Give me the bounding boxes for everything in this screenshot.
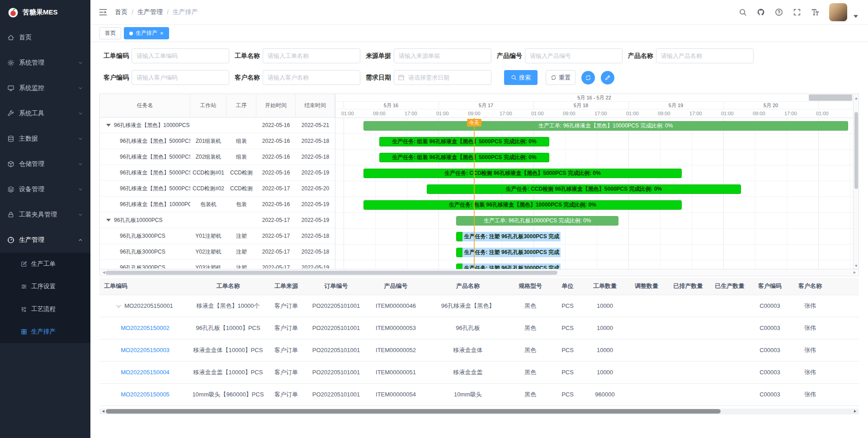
gantt-bar-order[interactable]: 生产工单: 96孔孔板10000PCS 完成比例: 0% (456, 216, 618, 226)
orders-col-scheduled-qty: 已排产数量 (667, 278, 709, 295)
sidebar-item-fixture-management[interactable]: 工装夹具管理 (0, 202, 90, 227)
cell-demand-date: 2022-05-22 (831, 317, 859, 339)
filter-product-code: 产品编号 (497, 48, 623, 63)
gantt-bar-task[interactable]: 生产任务: 组装 96孔移液盒【黑色】5000PCS 完成比例: 0% (379, 153, 549, 162)
workorder-code-link[interactable]: MO202205150003 (121, 347, 170, 353)
avatar[interactable] (829, 3, 847, 21)
gantt-grid-row[interactable]: 96孔孔板10000PCS2022-05-172022-05-19 (100, 212, 335, 228)
customer-code-input[interactable] (132, 70, 229, 85)
hamburger-icon[interactable] (99, 8, 108, 17)
gantt-grid-row[interactable]: 96孔移液盒【黑色】5000PCSZ02组装机组装2022-05-162022-… (100, 149, 335, 165)
gantt-end: 2022-05-18 (296, 228, 335, 244)
table-hscroll-thumb[interactable] (106, 409, 721, 414)
workorder-code-link[interactable]: MO202205150002 (121, 325, 170, 331)
product-code-input[interactable] (525, 48, 623, 63)
filter-demand-date: 需求日期 (366, 70, 491, 85)
cell-product-code: ITEM00000046 (365, 295, 426, 317)
sidebar-item-process-flow[interactable]: 工艺流程 (0, 298, 90, 320)
demand-date-input[interactable] (394, 70, 491, 85)
gantt-grid-row[interactable]: 96孔移液盒【黑色】10000PCS包装机包装2022-05-162022-05… (100, 197, 335, 212)
cell-workorder-code[interactable]: MO202205150005 (99, 383, 191, 405)
gantt-process: 组装 (226, 133, 256, 149)
main-area: 首页/生产管理/生产排产 首页生产排产× 工单编码工单名称来源单据产品编号产品名… (90, 0, 868, 438)
gantt-bar-task[interactable]: 生产任务: 注塑 96孔孔板3000PCS 完成 (456, 232, 518, 241)
gantt-vertical-scrollbar[interactable] (853, 94, 859, 269)
scroll-right-arrow-icon[interactable] (854, 271, 857, 274)
gantt-bar-task[interactable]: 生产任务: 组装 96孔移液盒【黑色】5000PCS 完成比例: 0% (379, 137, 549, 146)
sidebar-item-home[interactable]: 首页 (0, 25, 90, 50)
edit-button[interactable] (601, 71, 614, 85)
customer-name-input[interactable] (263, 70, 360, 85)
sidebar-item-master-data[interactable]: 主数据 (0, 126, 90, 151)
sidebar-item-production-scheduling[interactable]: 生产排产 (0, 320, 90, 343)
gantt-grid-row[interactable]: 96孔移液盒【黑色】10000PCS2022-05-162022-05-21 (100, 118, 335, 133)
cell-customer-code: C00003 (750, 317, 789, 339)
close-icon[interactable]: × (160, 30, 164, 36)
gantt-grid-row[interactable]: 96孔移液盒【黑色】5000PCSCCD检测#01CCD检测2022-05-16… (100, 165, 335, 181)
sidebar-item-production-management[interactable]: 生产管理 (0, 227, 90, 253)
sidebar-item-process-settings[interactable]: 工序设置 (0, 275, 90, 298)
gantt-bar-task[interactable]: 生产任务: 注塑 96孔孔板3000PCS 完成 (456, 264, 549, 269)
breadcrumb-item[interactable]: 生产管理 (137, 8, 163, 16)
refresh-button[interactable] (581, 71, 595, 85)
sidebar-item-equipment-management[interactable]: 设备管理 (0, 177, 90, 202)
cell-demand-date: 2022-05-22 (831, 295, 859, 317)
scroll-up-arrow-icon[interactable] (854, 94, 859, 100)
gantt-grid-row[interactable]: 96孔孔板3000PCSY01注塑机注塑2022-05-172022-05-18 (100, 228, 335, 244)
caret-down-icon[interactable] (852, 12, 860, 20)
table-scroll-left-arrow-icon[interactable] (101, 410, 104, 413)
github-icon[interactable] (757, 8, 765, 16)
font-size-icon[interactable] (811, 8, 819, 16)
tab-production-scheduling[interactable]: 生产排产× (124, 27, 169, 39)
cell-workorder-code[interactable]: MO202205150004 (99, 361, 191, 383)
day-boundary (818, 102, 819, 109)
gantt-bar-task[interactable]: 生产任务: CCD检测 96孔移液盒【黑色】5000PCS 完成比例: 0% (363, 169, 682, 178)
sidebar-item-system-monitor[interactable]: 系统监控 (0, 75, 90, 101)
fullscreen-icon[interactable] (793, 8, 801, 16)
workorder-name-input[interactable] (263, 48, 360, 63)
cell-product-code: ITEM00000053 (365, 317, 426, 339)
gantt-grid-row[interactable]: 96孔移液盒【黑色】5000PCSZ01组装机组装2022-05-162022-… (100, 133, 335, 149)
breadcrumb-item[interactable]: 生产排产 (173, 8, 198, 16)
cell-workorder-code[interactable]: MO202205150002 (99, 317, 191, 339)
search-icon[interactable] (739, 8, 747, 16)
sidebar-item-warehouse-management[interactable]: 仓储管理 (0, 151, 90, 177)
collapse-triangle-icon[interactable] (106, 219, 111, 221)
gantt-grid-row[interactable]: 96孔孔板3000PCSY03注塑机注塑2022-05-172022-05-19 (100, 260, 335, 268)
sidebar-item-production-workorder[interactable]: 生产工单 (0, 253, 90, 275)
gantt-hscroll-thumb[interactable] (105, 271, 557, 275)
gantt-grid-row[interactable]: 96孔移液盒【黑色】5000PCSCCD检测#02CCD检测2022-05-17… (100, 181, 335, 197)
breadcrumb-item[interactable]: 首页 (115, 8, 127, 16)
cell-workorder-source: 客户订单 (265, 295, 307, 317)
workorder-code-link[interactable]: MO202205150004 (121, 369, 170, 376)
workorder-code-link[interactable]: MO202205150005 (121, 391, 170, 398)
help-icon[interactable] (775, 8, 783, 16)
collapse-triangle-icon[interactable] (106, 124, 111, 127)
search-button[interactable]: 搜索 (504, 70, 538, 85)
table-scroll-right-arrow-icon[interactable] (854, 410, 858, 413)
tab-home[interactable]: 首页 (99, 27, 121, 39)
cell-workorder-code[interactable]: MO202205150003 (99, 339, 191, 361)
gantt-bar-task[interactable]: 生产任务: 包装 96孔移液盒【黑色】10000PCS 完成比例: 0% (363, 200, 682, 210)
sidebar-item-system-management[interactable]: 系统管理 (0, 50, 90, 75)
product-name-input[interactable] (656, 48, 754, 63)
sidebar-item-label: 系统工具 (19, 109, 73, 118)
cell-order-no: PO202205101001 (307, 361, 365, 383)
cell-workorder-name: 96孔孔板【10000】PCS (191, 317, 265, 339)
expand-chevron-icon[interactable] (117, 303, 121, 308)
gantt-bar-task[interactable]: 生产任务: 注塑 96孔孔板3000PCS 完成 (456, 248, 518, 257)
reset-button[interactable]: 重置 (546, 70, 576, 85)
workorder-code-input[interactable] (132, 48, 229, 63)
gauge-icon (7, 236, 14, 244)
gantt-bar-order[interactable]: 生产工单: 96孔移液盒【黑色】10000PCS 完成比例: 0% (363, 121, 848, 131)
scroll-down-arrow-icon[interactable] (854, 263, 859, 269)
gantt-grid-row[interactable]: 96孔孔板3000PCSY02注塑机注塑2022-05-172022-05-18 (100, 244, 335, 260)
table-horizontal-scrollbar[interactable] (99, 409, 859, 414)
gantt-grid-body: 96孔移液盒【黑色】10000PCS2022-05-162022-05-2196… (100, 118, 335, 268)
sidebar-item-system-tools[interactable]: 系统工具 (0, 101, 90, 126)
workorder-code: MO202205150001 (124, 302, 173, 309)
gantt-vscroll-thumb[interactable] (854, 112, 858, 189)
source-doc-input[interactable] (394, 48, 491, 63)
scroll-left-arrow-icon[interactable] (101, 271, 105, 274)
gantt-horizontal-scrollbar[interactable] (99, 269, 859, 276)
